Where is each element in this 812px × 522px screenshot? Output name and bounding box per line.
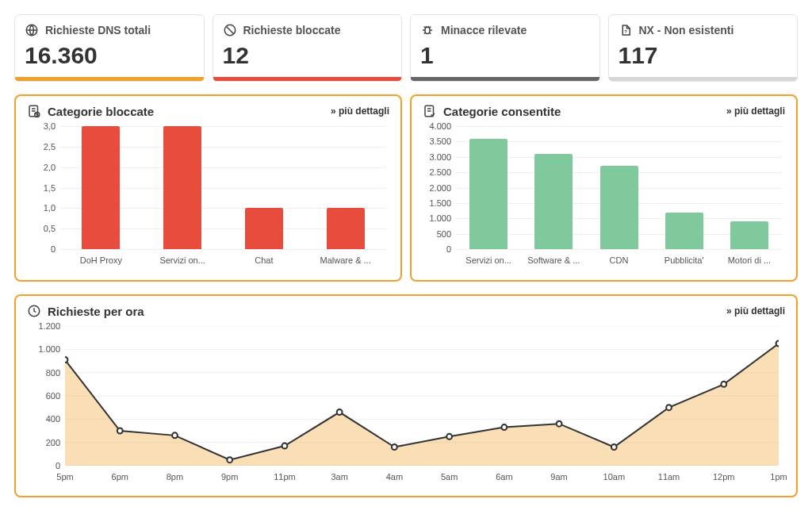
bar [245, 208, 283, 249]
stat-label: Richieste DNS totali [45, 24, 151, 36]
dns-icon [25, 23, 39, 37]
svg-text:?: ? [624, 29, 627, 34]
more-details-link[interactable]: » più dettagli [726, 305, 785, 317]
blocked-icon [223, 23, 237, 37]
more-details-link[interactable]: » più dettagli [726, 106, 785, 117]
svg-point-34 [776, 341, 779, 347]
y-tick-label: 4.000 [423, 121, 451, 131]
clock-icon [27, 304, 41, 318]
stat-value-threats: 1 [420, 42, 590, 69]
y-tick-label: 2.000 [423, 183, 451, 193]
svg-point-26 [337, 409, 343, 415]
svg-point-33 [721, 382, 726, 387]
y-tick-label: 1.500 [423, 198, 451, 208]
x-tick-label: Servizi on... [465, 255, 511, 265]
x-tick-label: Pubblicita' [665, 255, 704, 265]
svg-point-29 [501, 424, 507, 430]
svg-line-2 [226, 27, 233, 34]
x-tick-label: 11pm [274, 472, 296, 482]
bar [534, 154, 573, 249]
panel-blocked-categories: Categorie bloccate » più dettagli 00,51,… [14, 94, 402, 282]
stat-label: Minacce rilevate [441, 24, 527, 36]
x-tick-label: 8pm [167, 472, 183, 482]
x-tick-label: 9am [550, 472, 567, 482]
panel-allowed-categories: Categorie consentite » più dettagli 0500… [410, 94, 798, 282]
bug-icon [420, 23, 435, 37]
x-tick-label: 3am [331, 472, 347, 482]
svg-point-30 [557, 421, 562, 427]
x-tick-label: 9pm [221, 472, 238, 482]
x-tick-label: 6am [496, 472, 512, 482]
stat-value-nx: 117 [619, 42, 788, 69]
list-allowed-icon [423, 104, 437, 118]
stat-accent-bar [411, 77, 599, 81]
stat-card-threats: Minacce rilevate 1 [410, 14, 600, 82]
x-tick-label: Malware & ... [320, 255, 371, 265]
y-tick-label: 3,0 [27, 121, 56, 131]
x-tick-label: 11am [658, 472, 680, 482]
svg-point-24 [227, 457, 232, 463]
x-tick-label: 4am [386, 472, 403, 482]
svg-point-32 [666, 405, 672, 410]
stat-value-blocked: 12 [223, 42, 393, 69]
stat-value-total: 16.360 [25, 42, 194, 69]
y-tick-label: 1.200 [27, 321, 60, 331]
x-tick-label: 12pm [713, 472, 735, 482]
svg-point-31 [611, 444, 617, 450]
panel-title: Richieste per ora [48, 305, 144, 318]
y-tick-label: 0 [27, 244, 56, 254]
stat-accent-bar [213, 77, 402, 81]
y-tick-label: 800 [27, 368, 60, 378]
x-tick-label: 10am [603, 472, 626, 482]
panel-requests-per-hour: Richieste per ora » più dettagli 0200400… [14, 294, 798, 497]
more-details-link[interactable]: » più dettagli [331, 106, 389, 117]
bar [665, 213, 703, 250]
stat-accent-bar [15, 77, 204, 81]
y-tick-label: 0 [27, 461, 60, 470]
stat-label: NX - Non esistenti [639, 24, 734, 36]
stat-accent-bar [609, 77, 798, 81]
list-blocked-icon [27, 104, 41, 118]
y-tick-label: 3.000 [423, 152, 451, 162]
svg-point-22 [117, 428, 123, 434]
bar [163, 126, 201, 249]
bar [469, 139, 508, 250]
y-tick-label: 0 [423, 244, 451, 254]
svg-point-21 [65, 357, 67, 363]
x-tick-label: 6pm [112, 472, 128, 482]
chart-requests-per-hour: 02004006008001.0001.2005pm6pm8pm9pm11pm3… [27, 326, 785, 485]
bar [327, 208, 365, 249]
y-tick-label: 1,5 [27, 183, 56, 193]
chart-blocked-categories: 00,51,01,52,02,53,0DoH ProxyServizi on..… [27, 126, 389, 269]
y-tick-label: 2,0 [27, 163, 56, 172]
stat-card-blocked: Richieste bloccate 12 [213, 14, 403, 82]
chart-allowed-categories: 05001.0001.5002.0002.5003.0003.5004.000S… [423, 126, 785, 269]
panel-title: Categorie bloccate [48, 105, 154, 118]
bar [600, 166, 638, 249]
y-tick-label: 0,5 [27, 224, 56, 233]
stat-label: Richieste bloccate [243, 24, 341, 36]
svg-point-28 [446, 434, 452, 439]
y-tick-label: 3.500 [423, 136, 451, 146]
x-tick-label: 5pm [56, 472, 73, 482]
stat-card-total: Richieste DNS totali 16.360 [14, 14, 205, 82]
x-tick-label: Chat [255, 255, 273, 265]
y-tick-label: 2.500 [423, 167, 451, 177]
y-tick-label: 1.000 [27, 344, 60, 354]
y-tick-label: 1,0 [27, 203, 56, 213]
x-tick-label: DoH Proxy [80, 255, 122, 265]
y-tick-label: 2,5 [27, 142, 56, 152]
y-tick-label: 500 [423, 229, 451, 239]
svg-point-23 [172, 432, 178, 438]
bar [82, 126, 120, 249]
y-tick-label: 1.000 [423, 213, 451, 223]
svg-point-25 [282, 443, 287, 449]
nx-icon: ? [619, 23, 633, 37]
bar [730, 221, 768, 249]
y-tick-label: 200 [27, 438, 60, 447]
x-tick-label: 1pm [770, 472, 787, 482]
x-tick-label: CDN [610, 255, 629, 265]
y-tick-label: 600 [27, 391, 60, 401]
x-tick-label: Software & ... [527, 255, 580, 265]
panel-title: Categorie consentite [443, 105, 561, 118]
